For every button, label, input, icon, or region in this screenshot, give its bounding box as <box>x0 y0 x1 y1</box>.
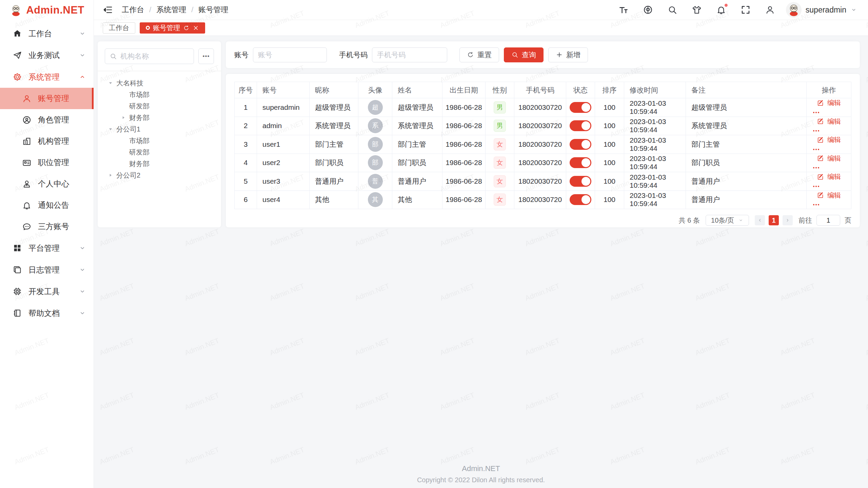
sidebar-item-2[interactable]: 系统管理 <box>0 66 94 88</box>
phone-input[interactable] <box>372 47 447 62</box>
tree-node-3[interactable]: 财务部 <box>105 112 214 123</box>
pagination-total: 共 6 条 <box>679 216 700 225</box>
tree-node-2[interactable]: 研发部 <box>105 100 214 112</box>
font-size-icon[interactable] <box>618 5 629 15</box>
caret-right-icon[interactable] <box>118 115 129 120</box>
status-toggle[interactable] <box>570 157 591 168</box>
status-toggle[interactable] <box>570 139 591 150</box>
status-toggle[interactable] <box>570 120 591 131</box>
caret-right-icon[interactable] <box>105 172 116 178</box>
app-root: Admin.NET 工作台业务测试系统管理账号管理角色管理机构管理职位管理个人中… <box>0 0 868 488</box>
notification-icon[interactable] <box>716 5 726 15</box>
row-more-button[interactable] <box>812 108 849 117</box>
cell-nickname: 普通用户 <box>310 172 358 191</box>
edit-button[interactable]: 编辑 <box>817 98 841 107</box>
edit-button[interactable]: 编辑 <box>817 172 841 181</box>
cell-phone: 18020030720 <box>514 117 566 135</box>
row-more-button[interactable] <box>812 182 849 190</box>
tree-node-label: 市场部 <box>129 136 150 145</box>
tree-node-6[interactable]: 研发部 <box>105 146 214 158</box>
cell-index: 6 <box>235 190 257 209</box>
org-search-field[interactable] <box>105 48 194 64</box>
caret-down-icon[interactable] <box>105 126 116 132</box>
edit-button[interactable]: 编辑 <box>817 154 841 163</box>
current-page[interactable]: 1 <box>769 215 779 225</box>
row-more-button[interactable] <box>812 127 849 135</box>
next-page-button[interactable] <box>783 215 793 225</box>
cell-phone: 18020030720 <box>514 135 566 154</box>
tree-node-1[interactable]: 市场部 <box>105 89 214 100</box>
page-size-select[interactable]: 10条/页 <box>706 215 749 226</box>
user-menu[interactable]: superadmin <box>786 2 857 18</box>
cell-birthday: 1986-06-28 <box>442 172 486 191</box>
tab-close-icon[interactable] <box>193 25 199 31</box>
org-search-input[interactable] <box>120 52 189 60</box>
column-header-gender: 性别 <box>486 82 514 98</box>
tab-refresh-icon[interactable] <box>183 25 190 31</box>
cell-name: 系统管理员 <box>392 117 442 135</box>
query-button[interactable]: 查询 <box>504 47 544 62</box>
tree-node-8[interactable]: 分公司2 <box>105 169 214 181</box>
edit-button[interactable]: 编辑 <box>817 135 841 144</box>
fullscreen-icon[interactable] <box>741 5 751 15</box>
sidebar-item-1[interactable]: 业务测试 <box>0 44 94 66</box>
row-more-button[interactable] <box>812 201 849 209</box>
collapse-menu-icon[interactable] <box>103 5 113 15</box>
tree-node-0[interactable]: 大名科技 <box>105 77 214 89</box>
sidebar-item-6[interactable]: 帮助文档 <box>0 302 94 324</box>
gender-badge: 女 <box>494 175 506 187</box>
column-header-op: 操作 <box>807 82 851 98</box>
status-toggle[interactable] <box>570 176 591 187</box>
tree-node-4[interactable]: 分公司1 <box>105 123 214 135</box>
edit-label: 编辑 <box>827 117 841 126</box>
status-toggle[interactable] <box>570 194 591 205</box>
sidebar-subitem-2-6[interactable]: 三方账号 <box>0 216 94 237</box>
sidebar-item-5[interactable]: 开发工具 <box>0 281 94 302</box>
header: 工作台/系统管理/账号管理 superadmin <box>94 0 868 20</box>
status-toggle[interactable] <box>570 102 591 113</box>
account-input[interactable] <box>253 47 327 62</box>
sidebar-item-3[interactable]: 平台管理 <box>0 237 94 259</box>
breadcrumb-item-1[interactable]: 系统管理 <box>156 5 186 15</box>
breadcrumb-separator: / <box>149 5 151 14</box>
reset-button[interactable]: 重置 <box>459 47 499 62</box>
prev-page-button[interactable] <box>755 215 765 225</box>
cell-account: user2 <box>257 154 310 172</box>
breadcrumb-item-2[interactable]: 账号管理 <box>198 5 228 15</box>
sidebar-subitem-2-0[interactable]: 账号管理 <box>0 88 94 109</box>
language-icon[interactable] <box>643 5 653 15</box>
add-button[interactable]: 新增 <box>548 47 588 62</box>
sidebar-subitem-2-2[interactable]: 机构管理 <box>0 130 94 152</box>
theme-icon[interactable] <box>692 5 702 15</box>
row-more-button[interactable] <box>812 164 849 172</box>
sidebar-subitem-2-1[interactable]: 角色管理 <box>0 109 94 130</box>
edit-button[interactable]: 编辑 <box>817 117 841 126</box>
notification-badge <box>724 3 728 7</box>
sidebar-subitem-2-4[interactable]: 个人中心 <box>0 173 94 195</box>
search-form: 账号 手机号码 重置 查询 新增 <box>225 41 860 68</box>
tab-1[interactable]: 账号管理 <box>140 22 205 34</box>
goto-page-input[interactable] <box>816 215 840 226</box>
row-avatar: 系 <box>368 118 383 133</box>
gender-badge: 女 <box>494 138 506 150</box>
search-icon[interactable] <box>667 5 677 15</box>
breadcrumb-item-0[interactable]: 工作台 <box>122 5 144 15</box>
row-more-button[interactable] <box>812 145 849 154</box>
cell-op: 编辑 <box>807 117 851 135</box>
chevron-down-icon <box>79 30 86 37</box>
tab-0[interactable]: 工作台 <box>103 22 135 34</box>
chip-icon <box>12 286 22 297</box>
user-icon[interactable] <box>765 5 775 15</box>
edit-button[interactable]: 编辑 <box>817 191 841 200</box>
sidebar-subitem-2-3[interactable]: 职位管理 <box>0 152 94 173</box>
sidebar-subitem-2-5[interactable]: 通知公告 <box>0 195 94 216</box>
tree-node-7[interactable]: 财务部 <box>105 158 214 169</box>
caret-down-icon[interactable] <box>105 80 116 86</box>
org-more-button[interactable]: ••• <box>198 48 214 64</box>
edit-label: 编辑 <box>827 154 841 163</box>
column-header-index: 序号 <box>235 82 257 98</box>
sidebar-item-4[interactable]: 日志管理 <box>0 259 94 281</box>
edit-icon <box>817 173 824 181</box>
sidebar-item-0[interactable]: 工作台 <box>0 23 94 44</box>
tree-node-5[interactable]: 市场部 <box>105 135 214 146</box>
